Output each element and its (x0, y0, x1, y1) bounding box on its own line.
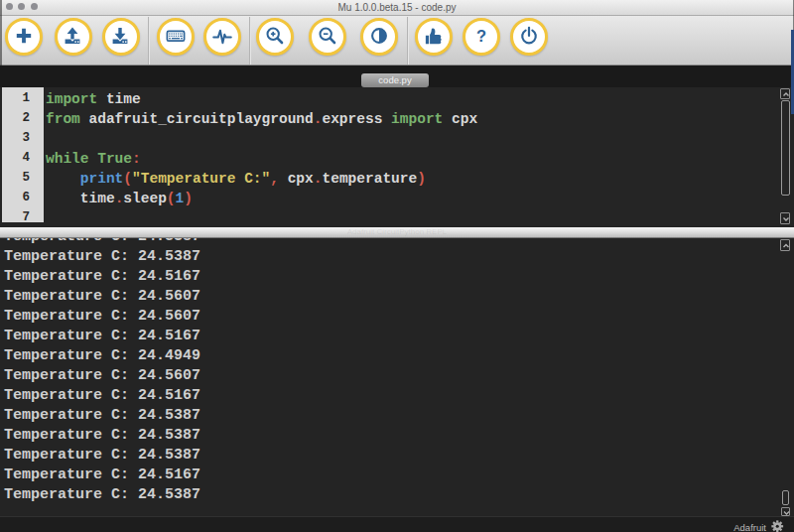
svg-text:?: ? (475, 27, 485, 45)
